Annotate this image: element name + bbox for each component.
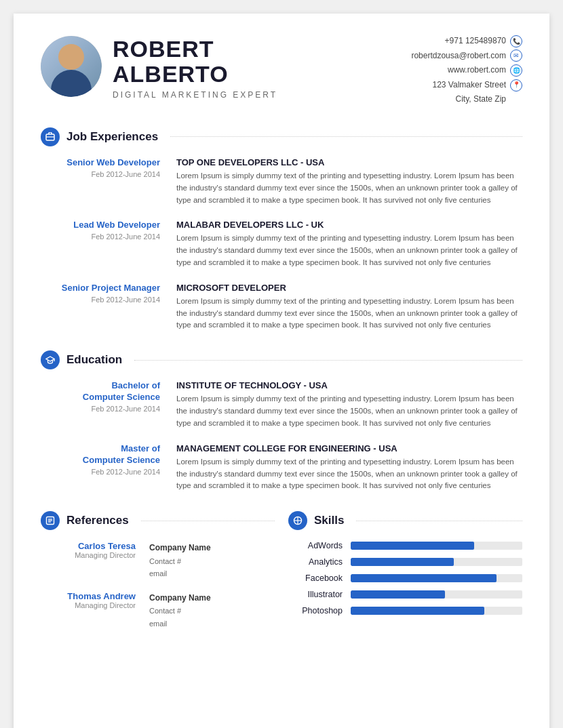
skill-label-4: Photoshop (288, 606, 343, 615)
street-text: 123 Valmaker Street (433, 78, 507, 93)
job-experiences-icon (41, 127, 60, 146)
company-3: MICROSOFT DEVELOPER (176, 283, 522, 293)
references-section: References Carlos Teresa Managing Direct… (41, 511, 275, 630)
ref-entries-list: Carlos Teresa Managing Director Company … (41, 541, 275, 630)
degree-2: Master ofComputer Science (41, 443, 160, 466)
edu-date-2: Feb 2012-June 2014 (41, 468, 160, 476)
ref-contact-1: Contact # (149, 555, 211, 568)
table-row: Lead Web Developer Feb 2012-June 2014 MA… (41, 220, 522, 268)
table-row: Bachelor ofComputer Science Feb 2012-Jun… (41, 380, 522, 429)
education-entries-list: Bachelor ofComputer Science Feb 2012-Jun… (41, 380, 522, 492)
list-item: Thomas Andrew Managing Director Company … (41, 591, 275, 630)
city-text: City, State Zip (456, 92, 506, 107)
education-title: Education (66, 353, 122, 367)
ref-right-1: Company Name Contact # email (149, 541, 211, 580)
list-item: AdWords (288, 541, 522, 550)
avatar (41, 36, 102, 97)
entry-left-2: Lead Web Developer Feb 2012-June 2014 (41, 220, 176, 268)
company-1: TOP ONE DEVELOPERS LLC - USA (176, 157, 522, 167)
list-item: Illustrator (288, 590, 522, 599)
city-row: City, State Zip (411, 92, 522, 107)
skill-bar-fill-3 (351, 590, 445, 599)
name-block: ROBERT ALBERTO DIGITAL MARKETING EXPERT (113, 34, 277, 100)
email-icon: ✉ (510, 49, 522, 62)
entry-right-3: MICROSOFT DEVELOPER Lorem Ipsum is simpl… (176, 283, 522, 331)
skill-label-0: AdWords (288, 541, 343, 550)
date-3: Feb 2012-June 2014 (41, 296, 160, 304)
skill-bar-bg-3 (351, 590, 522, 599)
edu-desc-2: Lorem Ipsum is simply dummy text of the … (176, 456, 522, 492)
references-header: References (41, 511, 275, 530)
skills-list: AdWords Analytics Facebook Illustrator P… (288, 541, 522, 615)
phone-text: +971 125489870 (445, 34, 506, 49)
ref-email-1: email (149, 567, 211, 580)
company-2: MALABAR DEVELOPERS LLC - UK (176, 220, 522, 230)
skill-bar-fill-0 (351, 542, 474, 550)
list-item: Carlos Teresa Managing Director Company … (41, 541, 275, 580)
entry-left-1: Senior Web Developer Feb 2012-June 2014 (41, 157, 176, 206)
edu-right-1: INSTITUTE OF TECHNOLOGY - USA Lorem Ipsu… (176, 380, 522, 429)
website-row: www.robert.com 🌐 (411, 63, 522, 78)
ref-name-1: Carlos Teresa (41, 541, 136, 551)
skills-title: Skills (314, 514, 344, 527)
job-entries-list: Senior Web Developer Feb 2012-June 2014 … (41, 157, 522, 331)
table-row: Senior Project Manager Feb 2012-June 201… (41, 283, 522, 331)
ref-role-1: Managing Director (41, 551, 136, 559)
ref-company-2: Company Name (149, 591, 211, 605)
table-row: Master ofComputer Science Feb 2012-June … (41, 443, 522, 492)
website-text: www.robert.com (448, 63, 506, 78)
references-title: References (66, 514, 129, 527)
ref-left-1: Carlos Teresa Managing Director (41, 541, 136, 580)
desc-2: Lorem Ipsum is simply dummy text of the … (176, 232, 522, 268)
skill-bar-bg-0 (351, 542, 522, 550)
bottom-section: References Carlos Teresa Managing Direct… (41, 511, 522, 630)
job-experiences-title: Job Experiences (66, 130, 158, 144)
ref-email-2: email (149, 618, 211, 630)
ref-role-2: Managing Director (41, 601, 136, 609)
date-2: Feb 2012-June 2014 (41, 232, 160, 241)
contact-block: +971 125489870 📞 robertdzousa@robert.com… (411, 34, 522, 107)
edu-left-1: Bachelor ofComputer Science Feb 2012-Jun… (41, 380, 176, 429)
job-experiences-line (170, 136, 522, 137)
list-item: Photoshop (288, 606, 522, 615)
location-icon: 📍 (510, 79, 522, 92)
education-line (134, 360, 522, 361)
edu-left-2: Master ofComputer Science Feb 2012-June … (41, 443, 176, 492)
skills-icon (288, 511, 307, 530)
edu-right-2: MANAGEMENT COLLEGE FOR ENGINEERING - USA… (176, 443, 522, 492)
skill-label-3: Illustrator (288, 590, 343, 599)
ref-right-2: Company Name Contact # email (149, 591, 211, 630)
job-title: DIGITAL MARKETING EXPERT (113, 90, 277, 100)
ref-left-2: Thomas Andrew Managing Director (41, 591, 136, 630)
education-icon (41, 350, 60, 369)
skill-bar-fill-4 (351, 607, 484, 615)
references-line (141, 521, 275, 521)
skills-section: Skills AdWords Analytics Facebook Illust… (275, 511, 522, 630)
skill-label-2: Facebook (288, 573, 343, 583)
edu-desc-1: Lorem Ipsum is simply dummy text of the … (176, 393, 522, 429)
phone-icon: 📞 (510, 35, 522, 47)
skill-label-1: Analytics (288, 557, 343, 567)
job-title-2: Lead Web Developer (41, 220, 160, 231)
globe-icon: 🌐 (510, 64, 522, 77)
skill-bar-bg-4 (351, 607, 522, 615)
header-left: ROBERT ALBERTO DIGITAL MARKETING EXPERT (41, 34, 277, 100)
skills-line (356, 521, 522, 521)
header: ROBERT ALBERTO DIGITAL MARKETING EXPERT … (41, 34, 522, 107)
skill-bar-fill-1 (351, 558, 454, 566)
phone-row: +971 125489870 📞 (411, 34, 522, 49)
job-experiences-section: Job Experiences Senior Web Developer Feb… (41, 127, 522, 331)
edu-date-1: Feb 2012-June 2014 (41, 405, 160, 413)
desc-1: Lorem Ipsum is simply dummy text of the … (176, 170, 522, 206)
degree-1: Bachelor ofComputer Science (41, 380, 160, 403)
skills-header: Skills (288, 511, 522, 530)
ref-name-2: Thomas Andrew (41, 591, 136, 601)
street-row: 123 Valmaker Street 📍 (411, 78, 522, 93)
entry-left-3: Senior Project Manager Feb 2012-June 201… (41, 283, 176, 331)
table-row: Senior Web Developer Feb 2012-June 2014 … (41, 157, 522, 206)
email-text: robertdzousa@robert.com (411, 49, 506, 64)
institution-1: INSTITUTE OF TECHNOLOGY - USA (176, 380, 522, 390)
resume-container: ROBERT ALBERTO DIGITAL MARKETING EXPERT … (14, 14, 549, 728)
entry-right-2: MALABAR DEVELOPERS LLC - UK Lorem Ipsum … (176, 220, 522, 268)
institution-2: MANAGEMENT COLLEGE FOR ENGINEERING - USA (176, 443, 522, 453)
